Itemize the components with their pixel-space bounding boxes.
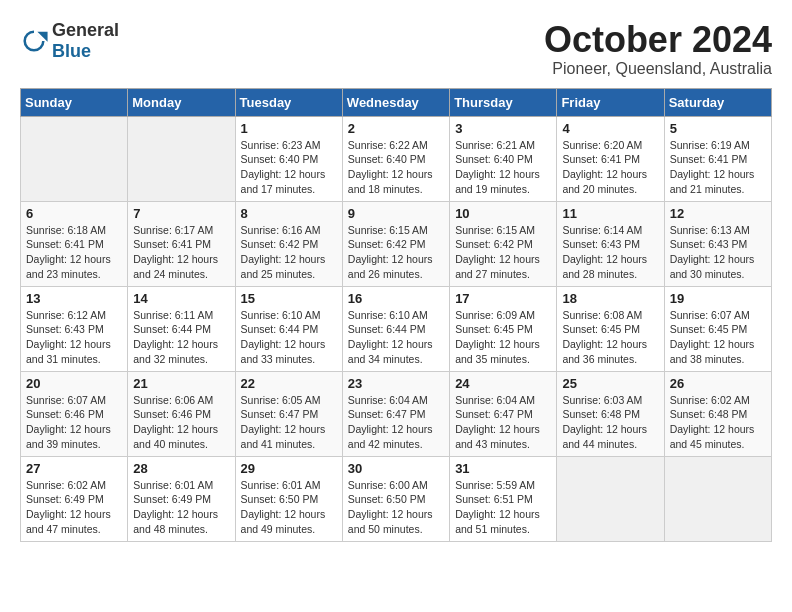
sunset-text: Sunset: 6:44 PM: [348, 322, 444, 337]
sunrise-text: Sunrise: 6:15 AM: [348, 223, 444, 238]
daylight-text: Daylight: 12 hours and 24 minutes.: [133, 252, 229, 281]
calendar-cell: 3Sunrise: 6:21 AMSunset: 6:40 PMDaylight…: [450, 116, 557, 201]
calendar-cell: 20Sunrise: 6:07 AMSunset: 6:46 PMDayligh…: [21, 371, 128, 456]
sunrise-text: Sunrise: 6:10 AM: [241, 308, 337, 323]
calendar-cell: 1Sunrise: 6:23 AMSunset: 6:40 PMDaylight…: [235, 116, 342, 201]
calendar-table: SundayMondayTuesdayWednesdayThursdayFrid…: [20, 88, 772, 542]
header-saturday: Saturday: [664, 88, 771, 116]
sunrise-text: Sunrise: 6:01 AM: [241, 478, 337, 493]
calendar-cell: 2Sunrise: 6:22 AMSunset: 6:40 PMDaylight…: [342, 116, 449, 201]
title-area: October 2024 Pioneer, Queensland, Austra…: [544, 20, 772, 78]
header-wednesday: Wednesday: [342, 88, 449, 116]
sunset-text: Sunset: 6:42 PM: [348, 237, 444, 252]
sunrise-text: Sunrise: 6:01 AM: [133, 478, 229, 493]
day-detail: Sunrise: 6:20 AMSunset: 6:41 PMDaylight:…: [562, 138, 658, 197]
sunset-text: Sunset: 6:47 PM: [241, 407, 337, 422]
calendar-cell: 25Sunrise: 6:03 AMSunset: 6:48 PMDayligh…: [557, 371, 664, 456]
sunrise-text: Sunrise: 6:02 AM: [26, 478, 122, 493]
sunset-text: Sunset: 6:43 PM: [562, 237, 658, 252]
sunrise-text: Sunrise: 6:02 AM: [670, 393, 766, 408]
day-number: 27: [26, 461, 122, 476]
sunrise-text: Sunrise: 6:06 AM: [133, 393, 229, 408]
daylight-text: Daylight: 12 hours and 45 minutes.: [670, 422, 766, 451]
sunset-text: Sunset: 6:43 PM: [26, 322, 122, 337]
calendar-cell: 11Sunrise: 6:14 AMSunset: 6:43 PMDayligh…: [557, 201, 664, 286]
day-number: 17: [455, 291, 551, 306]
calendar-cell: 31Sunrise: 5:59 AMSunset: 6:51 PMDayligh…: [450, 456, 557, 541]
daylight-text: Daylight: 12 hours and 32 minutes.: [133, 337, 229, 366]
sunrise-text: Sunrise: 6:05 AM: [241, 393, 337, 408]
day-detail: Sunrise: 6:06 AMSunset: 6:46 PMDaylight:…: [133, 393, 229, 452]
day-detail: Sunrise: 6:15 AMSunset: 6:42 PMDaylight:…: [455, 223, 551, 282]
day-number: 9: [348, 206, 444, 221]
logo-icon: [20, 30, 48, 52]
sunrise-text: Sunrise: 6:23 AM: [241, 138, 337, 153]
sunset-text: Sunset: 6:40 PM: [241, 152, 337, 167]
day-detail: Sunrise: 6:16 AMSunset: 6:42 PMDaylight:…: [241, 223, 337, 282]
calendar-cell: [21, 116, 128, 201]
calendar-cell: 19Sunrise: 6:07 AMSunset: 6:45 PMDayligh…: [664, 286, 771, 371]
day-number: 25: [562, 376, 658, 391]
day-detail: Sunrise: 6:12 AMSunset: 6:43 PMDaylight:…: [26, 308, 122, 367]
logo-blue: Blue: [52, 41, 91, 61]
sunset-text: Sunset: 6:44 PM: [133, 322, 229, 337]
calendar-cell: 28Sunrise: 6:01 AMSunset: 6:49 PMDayligh…: [128, 456, 235, 541]
sunrise-text: Sunrise: 6:20 AM: [562, 138, 658, 153]
sunrise-text: Sunrise: 6:22 AM: [348, 138, 444, 153]
daylight-text: Daylight: 12 hours and 43 minutes.: [455, 422, 551, 451]
logo-text: General Blue: [52, 20, 119, 62]
sunset-text: Sunset: 6:51 PM: [455, 492, 551, 507]
day-detail: Sunrise: 6:01 AMSunset: 6:50 PMDaylight:…: [241, 478, 337, 537]
sunset-text: Sunset: 6:49 PM: [26, 492, 122, 507]
sunset-text: Sunset: 6:40 PM: [455, 152, 551, 167]
sunrise-text: Sunrise: 6:12 AM: [26, 308, 122, 323]
calendar-week-row: 27Sunrise: 6:02 AMSunset: 6:49 PMDayligh…: [21, 456, 772, 541]
day-number: 20: [26, 376, 122, 391]
daylight-text: Daylight: 12 hours and 40 minutes.: [133, 422, 229, 451]
day-number: 30: [348, 461, 444, 476]
day-detail: Sunrise: 6:18 AMSunset: 6:41 PMDaylight:…: [26, 223, 122, 282]
calendar-header-row: SundayMondayTuesdayWednesdayThursdayFrid…: [21, 88, 772, 116]
calendar-cell: 22Sunrise: 6:05 AMSunset: 6:47 PMDayligh…: [235, 371, 342, 456]
sunset-text: Sunset: 6:48 PM: [562, 407, 658, 422]
day-detail: Sunrise: 6:23 AMSunset: 6:40 PMDaylight:…: [241, 138, 337, 197]
daylight-text: Daylight: 12 hours and 51 minutes.: [455, 507, 551, 536]
calendar-cell: 15Sunrise: 6:10 AMSunset: 6:44 PMDayligh…: [235, 286, 342, 371]
header-monday: Monday: [128, 88, 235, 116]
daylight-text: Daylight: 12 hours and 21 minutes.: [670, 167, 766, 196]
sunrise-text: Sunrise: 6:14 AM: [562, 223, 658, 238]
day-detail: Sunrise: 6:22 AMSunset: 6:40 PMDaylight:…: [348, 138, 444, 197]
daylight-text: Daylight: 12 hours and 35 minutes.: [455, 337, 551, 366]
calendar-cell: 26Sunrise: 6:02 AMSunset: 6:48 PMDayligh…: [664, 371, 771, 456]
day-number: 13: [26, 291, 122, 306]
sunset-text: Sunset: 6:43 PM: [670, 237, 766, 252]
sunset-text: Sunset: 6:41 PM: [670, 152, 766, 167]
day-detail: Sunrise: 6:09 AMSunset: 6:45 PMDaylight:…: [455, 308, 551, 367]
day-number: 1: [241, 121, 337, 136]
sunset-text: Sunset: 6:40 PM: [348, 152, 444, 167]
calendar-cell: 6Sunrise: 6:18 AMSunset: 6:41 PMDaylight…: [21, 201, 128, 286]
sunset-text: Sunset: 6:47 PM: [455, 407, 551, 422]
sunrise-text: Sunrise: 6:03 AM: [562, 393, 658, 408]
day-detail: Sunrise: 6:05 AMSunset: 6:47 PMDaylight:…: [241, 393, 337, 452]
day-number: 2: [348, 121, 444, 136]
day-detail: Sunrise: 6:21 AMSunset: 6:40 PMDaylight:…: [455, 138, 551, 197]
day-number: 18: [562, 291, 658, 306]
day-number: 21: [133, 376, 229, 391]
day-detail: Sunrise: 6:19 AMSunset: 6:41 PMDaylight:…: [670, 138, 766, 197]
sunset-text: Sunset: 6:45 PM: [670, 322, 766, 337]
sunset-text: Sunset: 6:50 PM: [348, 492, 444, 507]
day-detail: Sunrise: 6:17 AMSunset: 6:41 PMDaylight:…: [133, 223, 229, 282]
page-header: General Blue October 2024 Pioneer, Queen…: [20, 20, 772, 78]
sunset-text: Sunset: 6:41 PM: [26, 237, 122, 252]
day-number: 26: [670, 376, 766, 391]
day-detail: Sunrise: 6:11 AMSunset: 6:44 PMDaylight:…: [133, 308, 229, 367]
day-detail: Sunrise: 6:08 AMSunset: 6:45 PMDaylight:…: [562, 308, 658, 367]
calendar-cell: 10Sunrise: 6:15 AMSunset: 6:42 PMDayligh…: [450, 201, 557, 286]
calendar-cell: [128, 116, 235, 201]
day-detail: Sunrise: 6:07 AMSunset: 6:46 PMDaylight:…: [26, 393, 122, 452]
sunrise-text: Sunrise: 6:04 AM: [455, 393, 551, 408]
day-detail: Sunrise: 6:02 AMSunset: 6:49 PMDaylight:…: [26, 478, 122, 537]
calendar-cell: 14Sunrise: 6:11 AMSunset: 6:44 PMDayligh…: [128, 286, 235, 371]
day-number: 8: [241, 206, 337, 221]
